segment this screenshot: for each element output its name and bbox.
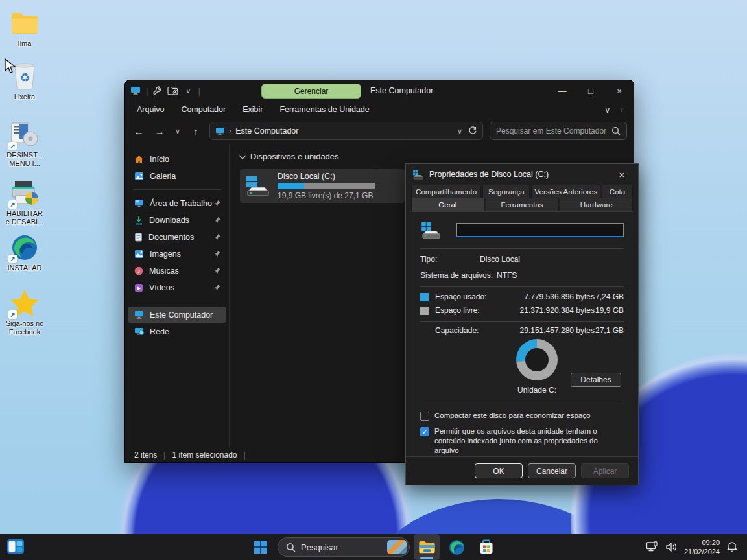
minimize-button[interactable]: — (548, 80, 576, 101)
index-checkbox[interactable]: ✓ (420, 427, 429, 436)
sidebar-item-este-computador[interactable]: Este Computador (128, 307, 226, 323)
sidebar-item-downloads[interactable]: Downloads (128, 212, 226, 228)
dialog-footer: OK Cancelar Aplicar (406, 456, 638, 485)
taskbar-edge[interactable] (444, 534, 469, 560)
cancel-button[interactable]: Cancelar (528, 463, 576, 478)
star-icon: ↗ (10, 289, 40, 318)
tab-ferramentas[interactable]: Ferramentas (486, 198, 559, 211)
menu-ferramentas-de-unidade[interactable]: Ferramentas de Unidade (279, 105, 369, 114)
pin-icon (214, 250, 221, 257)
explorer-titlebar: | ∨ | Gerenciar Este Computador — □ × (125, 80, 634, 101)
compress-checkbox-row[interactable]: Compactar este disco para economizar esp… (420, 411, 624, 421)
taskbar-microsoft-store[interactable] (473, 534, 499, 560)
drive-free-text: 19,9 GB livre(s) de 27,1 GB (278, 191, 399, 200)
this-pc-icon (130, 86, 141, 95)
downloads-icon (134, 216, 143, 225)
widgets-button[interactable] (6, 539, 25, 554)
desktop-icon-edge-installer[interactable]: ↗ INSTALAR (1, 233, 48, 272)
back-icon[interactable]: ← (132, 126, 146, 137)
sidebar-item-area-de-trabalho[interactable]: Área de Trabalho (128, 195, 226, 211)
filesystem-value: NTFS (497, 271, 517, 280)
desktop-icon-label: Siga-nos no Facebook (6, 320, 44, 336)
new-folder-icon[interactable] (167, 86, 178, 95)
sidebar-item-videos[interactable]: ▶ Vídeos (128, 279, 226, 296)
desktop-icon-folder[interactable]: Ilma (1, 9, 48, 48)
sidebar-item-label: Galeria (150, 172, 176, 181)
tab-seguranca[interactable]: Segurança (482, 185, 530, 198)
taskbar-clock[interactable]: 09:20 21/02/2024 (684, 538, 720, 557)
desktop-icon-facebook-star[interactable]: ↗ Siga-nos no Facebook (1, 289, 48, 336)
notification-bell-icon[interactable]: z (726, 541, 738, 553)
pin-icon (214, 216, 221, 224)
sidebar-item-label: Músicas (149, 266, 179, 275)
capacity-donut-hole (525, 348, 549, 371)
properties-wrench-icon[interactable] (153, 86, 162, 95)
start-button[interactable] (248, 534, 274, 560)
desktop: Ilma ♻ Lixeira ↗ DESINST... MENU I... ↗ … (0, 0, 747, 560)
drive-icon (245, 175, 271, 197)
sidebar-item-rede[interactable]: Rede (128, 323, 226, 340)
ribbon-pin-plus-icon[interactable]: + (619, 105, 624, 115)
sidebar-item-musicas[interactable]: ♪ Músicas (128, 262, 226, 279)
sidebar-item-label: Vídeos (149, 283, 174, 292)
sidebar-item-documentos[interactable]: Documentos (128, 229, 226, 245)
ok-button[interactable]: OK (475, 463, 523, 478)
taskbar-file-explorer[interactable] (414, 534, 440, 560)
ribbon-collapse-chevron-icon[interactable]: ∨ (604, 105, 611, 115)
menu-exibir[interactable]: Exibir (243, 105, 263, 114)
mouse-cursor (4, 58, 17, 74)
sidebar-item-label: Início (150, 155, 169, 164)
divider (420, 286, 624, 287)
up-icon[interactable]: ↑ (189, 126, 203, 137)
qat-chevron-down-icon[interactable]: ∨ (184, 87, 193, 95)
search-input[interactable]: Pesquisar em Este Computador (490, 122, 627, 140)
videos-icon: ▶ (134, 283, 143, 292)
manage-ribbon-tab[interactable]: Gerenciar (261, 84, 361, 99)
filesystem-label: Sistema de arquivos: (420, 271, 497, 280)
gallery-icon (134, 172, 144, 181)
sidebar-item-inicio[interactable]: Início (128, 151, 226, 167)
type-value: Disco Local (480, 255, 520, 264)
network-tray-icon[interactable] (646, 541, 659, 553)
tab-compartilhamento[interactable]: Compartilhamento (411, 185, 481, 198)
separator: | (146, 86, 148, 96)
documents-icon (134, 233, 143, 242)
menu-computador[interactable]: Computador (181, 105, 226, 114)
compress-checkbox[interactable] (420, 412, 429, 421)
desktop-icon-uninstaller[interactable]: ↗ DESINST... MENU I... (1, 121, 48, 167)
capacity-bytes: 29.151.457.280 bytes (512, 326, 595, 335)
music-icon: ♪ (134, 266, 143, 275)
group-header-devices[interactable]: Dispositivos e unidades (240, 152, 623, 161)
close-button[interactable]: × (605, 80, 634, 101)
volume-tray-icon[interactable] (665, 542, 678, 552)
tab-geral[interactable]: Geral (411, 198, 484, 211)
free-space-label: Espaço livre: (435, 306, 512, 315)
sidebar-item-imagens[interactable]: Imagens (128, 246, 226, 262)
address-dropdown-chevron-icon[interactable]: ∨ (455, 127, 464, 135)
menu-arquivo[interactable]: Arquivo (137, 105, 164, 114)
refresh-icon[interactable] (468, 126, 477, 135)
details-button[interactable]: Detalhes (571, 373, 621, 387)
address-bar[interactable]: › Este Computador ∨ (209, 122, 483, 140)
forward-icon[interactable]: → (152, 126, 167, 137)
drive-name: Disco Local (C:) (278, 172, 399, 181)
drive-item-c[interactable]: Disco Local (C:) 19,9 GB livre(s) de 27,… (240, 169, 405, 203)
sidebar-divider (133, 189, 221, 190)
breadcrumb-this-pc[interactable]: Este Computador (235, 126, 298, 135)
taskbar-search[interactable]: Pesquisar (278, 537, 410, 557)
tab-hardware[interactable]: Hardware (560, 198, 633, 211)
close-icon[interactable]: × (612, 169, 632, 180)
desktop-icon-printer-tool[interactable]: ↗ HABILITAR e DESABI... (1, 179, 48, 226)
tab-cota[interactable]: Cota (602, 185, 633, 198)
dialog-tabs: Compartilhamento Segurança Versões Anter… (406, 185, 638, 211)
clock-time: 09:20 (684, 538, 720, 547)
drive-label-input[interactable] (456, 223, 624, 237)
shortcut-arrow-icon: ↗ (8, 310, 17, 319)
tab-versoes-anteriores[interactable]: Versões Anteriores (531, 185, 600, 198)
sidebar-item-galeria[interactable]: Galeria (128, 168, 226, 184)
index-checkbox-row[interactable]: ✓ Permitir que os arquivos desta unidade… (420, 426, 624, 456)
folder-icon (10, 9, 40, 38)
maximize-button[interactable]: □ (576, 80, 605, 101)
desktop-icon-label: Lixeira (14, 93, 35, 101)
recent-locations-chevron-icon[interactable]: ∨ (173, 127, 182, 135)
